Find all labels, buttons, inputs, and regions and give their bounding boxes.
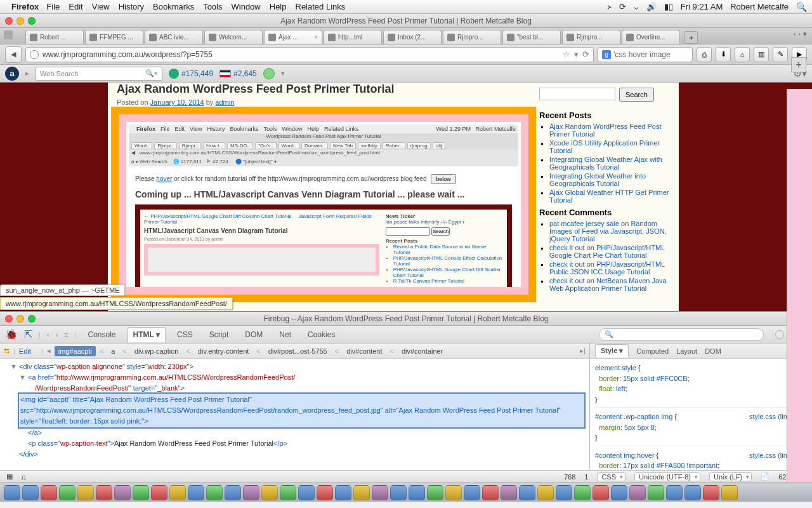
comment-author-link[interactable]: check it out (549, 244, 585, 251)
sidebar-search-input[interactable] (539, 88, 615, 100)
link-icon[interactable] (263, 68, 275, 79)
tab-6[interactable]: Inbox (2... (383, 30, 442, 44)
dock-app-icon[interactable] (464, 485, 480, 500)
post-author-link[interactable]: admin (215, 98, 234, 106)
lines-icon[interactable]: ≡ (64, 331, 68, 338)
dock-app-icon[interactable] (133, 485, 149, 500)
sidebar-recent-link[interactable]: Integrating Global Weather Ajax with Geo… (549, 156, 662, 171)
toolbar-icon-1[interactable]: ⎙ (697, 47, 712, 62)
eol-select[interactable]: Unix (LF) (709, 472, 752, 481)
toolbar-icon-4[interactable]: ▥ (754, 47, 769, 62)
crumb-nav-right-icon[interactable]: ▸| (580, 347, 586, 355)
sidebar-recent-link[interactable]: Integrating Global Weather into Geograph… (549, 172, 646, 187)
tab-3[interactable]: Welcom... (204, 30, 263, 44)
dock-app-icon[interactable] (629, 485, 646, 500)
breadcrumb-toggle-icon[interactable]: ⇆ (4, 347, 10, 355)
tab-layout[interactable]: Layout (676, 347, 697, 355)
statusbar-icon[interactable]: ⎌ (22, 473, 26, 481)
rank-global[interactable]: #175,449 (169, 69, 213, 79)
dock-app-icon[interactable] (574, 485, 591, 500)
tab-8[interactable]: "best bl... (502, 30, 561, 44)
statusbar-icon[interactable]: ▦ (6, 472, 13, 481)
site-identity-icon[interactable] (30, 50, 39, 59)
web-search-input[interactable]: Web Search🔍▾ (36, 67, 162, 81)
crumb[interactable]: div#content (343, 346, 386, 356)
panel-cookies[interactable]: Cookies (303, 328, 340, 342)
tab-list-icon[interactable]: ▾ (803, 30, 807, 38)
tab-4[interactable]: Ajax ...× (264, 30, 322, 44)
dock-app-icon[interactable] (151, 485, 167, 500)
panel-net[interactable]: Net (274, 328, 296, 342)
crumb-nav-left-icon[interactable]: ◂ (47, 347, 51, 355)
inner-recent-link[interactable]: PHP/Javascript/HTML Coriolis Effect Calc… (393, 255, 502, 267)
dock-app-icon[interactable] (280, 485, 296, 500)
search-field[interactable]: g 'css hover image (598, 47, 693, 62)
tab-7[interactable]: Rjmpro... (443, 30, 501, 44)
dock-app-icon[interactable] (225, 485, 241, 500)
tabgroup-icon[interactable] (4, 30, 13, 39)
dock-app-icon[interactable] (169, 485, 186, 500)
dock-app-icon[interactable] (556, 485, 572, 500)
back-button[interactable]: ◀ (5, 46, 22, 63)
crumb[interactable]: div#container (398, 346, 447, 356)
menu-tools[interactable]: Tools (203, 2, 222, 11)
plus-icon[interactable]: + (791, 57, 806, 72)
menubar-user[interactable]: Robert Metcalfe (730, 2, 789, 11)
dock-app-icon[interactable] (703, 485, 719, 500)
dock-app-icon[interactable] (22, 485, 39, 500)
html-tree[interactable]: ▼<div class="wp-caption alignnone" style… (0, 359, 589, 470)
tab-scroll-right-icon[interactable]: › (798, 30, 801, 38)
bluetooth-icon[interactable]: ᚛ (607, 2, 612, 11)
firebug-search-input[interactable]: 🔍 (599, 328, 764, 341)
inner-recent-link[interactable]: Reveal a Public Data Source in an Iframe… (393, 244, 487, 255)
dock-app-icon[interactable] (59, 485, 75, 500)
panel-console[interactable]: Console (82, 328, 121, 342)
dock-app-icon[interactable] (317, 485, 333, 500)
dock-app-icon[interactable] (77, 485, 94, 500)
below-button[interactable]: below (431, 174, 456, 184)
tab-2[interactable]: ABC ivie... (145, 30, 203, 44)
dock-app-icon[interactable] (648, 485, 664, 500)
menu-view[interactable]: View (92, 2, 110, 11)
tab-0[interactable]: Robert ... (25, 30, 84, 44)
firebug-icon[interactable]: 🐞 (5, 328, 18, 340)
tab-5[interactable]: http...tml (324, 30, 382, 44)
rank-country[interactable]: #2,645 (219, 69, 257, 78)
language-select[interactable]: CSS (597, 472, 625, 481)
inner-recent-link[interactable]: R Tcl/Tk Canvas Primer Tutorial (393, 278, 464, 284)
menu-history[interactable]: History (119, 2, 144, 11)
tab-scroll-left-icon[interactable]: ‹ (794, 30, 796, 38)
home-icon[interactable]: ⌂ (735, 47, 750, 62)
menubar-time[interactable]: Fri 9:21 AM (681, 2, 723, 11)
menubar-app[interactable]: Firefox (11, 2, 39, 11)
dock-app-icon[interactable] (537, 485, 554, 500)
menu-bookmarks[interactable]: Bookmarks (153, 2, 194, 11)
crumb[interactable]: div.wp-caption (131, 346, 183, 356)
dock-app-icon[interactable] (261, 485, 278, 500)
dock-app-icon[interactable] (611, 485, 627, 500)
encoding-select[interactable]: Unicode (UTF-8) (634, 472, 700, 481)
dock-app-icon[interactable] (243, 485, 259, 500)
dock-app-icon[interactable] (353, 485, 370, 500)
selected-node[interactable]: <img id="aacpti" title="Ajax Random Word… (19, 394, 584, 427)
menu-edit[interactable]: Edit (69, 2, 82, 11)
nav-back-icon[interactable]: ‹ (47, 331, 49, 338)
dock-app-icon[interactable] (501, 485, 517, 500)
inner-search-button[interactable]: Search (431, 227, 450, 236)
inner-prev-link[interactable]: ← PHP/Javascript/HTML Google Chart Diff … (144, 213, 292, 219)
toolbar-icon-5[interactable]: ✎ (773, 47, 788, 62)
dock-app-icon[interactable] (593, 485, 609, 500)
post-image[interactable]: FirefoxFileEditViewHistoryBookmarksTools… (117, 112, 530, 297)
downloads-icon[interactable]: ⬇ (716, 47, 731, 62)
sidebar-recent-link[interactable]: Xcode iOS Utility Application Primer Tut… (549, 139, 660, 154)
tab-9[interactable]: Rjmpro... (562, 30, 620, 44)
inner-recent-link[interactable]: PHP/Javascript/HTML Google Chart Diff Sc… (393, 267, 501, 278)
menu-window[interactable]: Window (232, 2, 261, 11)
panel-css[interactable]: CSS (172, 328, 198, 342)
edit-button[interactable]: Edit (19, 347, 31, 355)
tab-1[interactable]: FFMPEG ... (85, 30, 143, 44)
dock-app-icon[interactable] (298, 485, 315, 500)
crumb[interactable]: a (107, 346, 119, 356)
menu-help[interactable]: Help (270, 2, 287, 11)
dock-app-icon[interactable] (666, 485, 683, 500)
